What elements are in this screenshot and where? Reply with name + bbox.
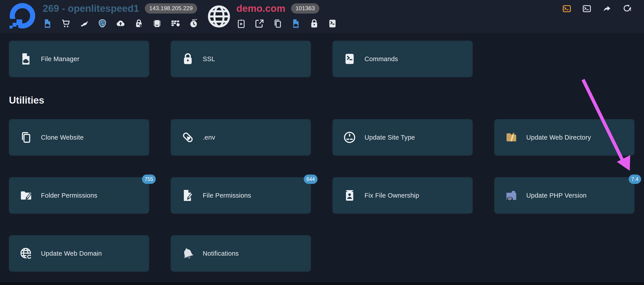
card-fix-file-ownership[interactable]: Fix File Ownership [332, 177, 473, 214]
site-type-icon [343, 131, 356, 144]
card-label: Folder Permissions [41, 192, 98, 199]
card-folder-permissions[interactable]: Folder Permissions755 [9, 177, 149, 214]
card-update-web-directory[interactable]: Update Web Directory [494, 119, 634, 156]
card-badge: 755 [142, 175, 156, 184]
file-user-icon [343, 189, 356, 202]
globe-icon [206, 4, 232, 29]
card-label: Fix File Ownership [364, 192, 419, 199]
top-bar: 269 - openlitespeed1 143.198.205.229 dem… [0, 0, 644, 33]
svg-text:php: php [507, 197, 512, 200]
utilities-card-grid: Clone Website.envUpdate Site TypeUpdate … [9, 119, 635, 272]
server-icon-nav [43, 19, 198, 28]
card-label: Notifications [203, 250, 239, 257]
card-label: Update PHP Version [526, 192, 586, 199]
domain-name[interactable]: demo.com [236, 3, 285, 14]
site-id-badge: 101363 [291, 3, 319, 13]
restore-icon[interactable] [236, 19, 246, 28]
vault-icon[interactable] [134, 19, 144, 28]
site-terminal-icon[interactable] [328, 19, 337, 28]
site-shell-icon[interactable] [582, 4, 592, 13]
card-clone-website[interactable]: Clone Website [9, 119, 149, 156]
card-update-php-version[interactable]: phpUpdate PHP Version7.4 [494, 177, 634, 214]
card-file-permissions[interactable]: File Permissions644 [171, 177, 311, 214]
folder-pen-tan-icon [505, 131, 518, 144]
utilities-heading: Utilities [9, 95, 635, 105]
header-actions [562, 4, 632, 13]
server-terminal-icon[interactable] [562, 4, 572, 13]
card-env[interactable]: .env [171, 119, 311, 156]
mariadb-icon[interactable] [79, 19, 89, 28]
card-badge: 7.4 [629, 175, 641, 184]
site-file-manager-icon[interactable] [291, 19, 301, 28]
folder-pen-icon [20, 189, 32, 202]
pen-nib-icon [181, 131, 194, 144]
clone-site-icon[interactable] [273, 19, 282, 28]
card-label: Clone Website [41, 134, 84, 141]
card-label: Update Web Directory [526, 134, 591, 141]
digitalocean-logo-icon[interactable] [9, 2, 36, 29]
file-pen-icon [181, 189, 194, 202]
cron-jobs-icon[interactable] [189, 19, 198, 28]
top-card-grid: File ManagerSSLCommands [9, 41, 635, 77]
card-label: Update Site Type [364, 134, 415, 141]
copy-icon [20, 131, 32, 144]
window-bottom-edge [0, 282, 644, 285]
card-label: Update Web Domain [41, 250, 102, 257]
card-commands[interactable]: Commands [332, 41, 473, 77]
cloud-backup-icon[interactable] [116, 19, 126, 28]
file-manager-icon[interactable] [43, 19, 52, 28]
share-icon[interactable] [602, 4, 612, 13]
file-cloud-icon [20, 52, 32, 65]
folder-php-icon: php [505, 189, 518, 202]
card-update-web-domain[interactable]: Update Web Domain [9, 235, 149, 272]
server-name[interactable]: 269 - openlitespeed1 [43, 3, 139, 14]
main-content: File ManagerSSLCommands Utilities Clone … [0, 41, 644, 272]
postgresql-icon[interactable] [98, 19, 107, 28]
card-label: File Permissions [203, 192, 251, 199]
open-site-icon[interactable] [254, 19, 264, 28]
card-badge: 644 [304, 175, 318, 184]
card-label: SSL [203, 55, 215, 63]
restart-required-icon[interactable] [622, 4, 632, 13]
firewall-icon[interactable] [170, 19, 180, 28]
card-label: File Manager [41, 55, 80, 63]
card-update-site-type[interactable]: Update Site Type [332, 119, 473, 156]
one-click-apps-icon[interactable] [61, 19, 71, 28]
card-label: Commands [364, 55, 398, 63]
site-ssl-icon[interactable] [309, 19, 319, 28]
card-label: .env [203, 134, 215, 141]
card-notifications[interactable]: Notifications [171, 235, 311, 272]
terminal-solid-icon [343, 52, 356, 65]
lock-icon [181, 52, 194, 65]
card-file-manager[interactable]: File Manager [9, 41, 149, 77]
globe-refresh-icon [20, 247, 32, 260]
card-ssl[interactable]: SSL [171, 41, 311, 77]
site-group: demo.com 101363 [206, 2, 337, 29]
server-ip-badge: 143.198.205.229 [145, 3, 197, 13]
server-group: 269 - openlitespeed1 143.198.205.229 [43, 2, 198, 28]
memory-icon[interactable] [152, 19, 162, 28]
bell-icon [181, 247, 194, 260]
site-icon-nav [236, 19, 337, 28]
